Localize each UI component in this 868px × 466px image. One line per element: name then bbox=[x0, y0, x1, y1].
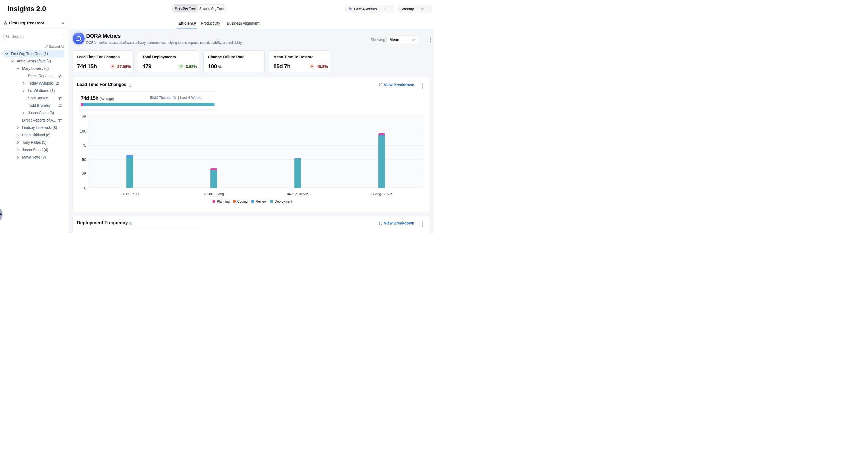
svg-text:0: 0 bbox=[84, 186, 86, 190]
svg-text:Review: Review bbox=[256, 200, 267, 203]
svg-text:75: 75 bbox=[82, 143, 86, 147]
svg-text:Deployment: Deployment bbox=[275, 200, 292, 203]
svg-text:28 Jul-03 Aug: 28 Jul-03 Aug bbox=[204, 192, 223, 196]
svg-text:50: 50 bbox=[82, 157, 86, 162]
svg-text:04 Aug-10 Aug: 04 Aug-10 Aug bbox=[287, 192, 309, 196]
svg-text:11 Aug-17 Aug: 11 Aug-17 Aug bbox=[371, 192, 393, 196]
svg-text:21 Jul-27 Jul: 21 Jul-27 Jul bbox=[120, 192, 139, 196]
svg-text:100: 100 bbox=[80, 129, 86, 133]
svg-text:Planning: Planning bbox=[217, 200, 229, 203]
svg-text:Coding: Coding bbox=[237, 200, 248, 203]
svg-text:25: 25 bbox=[82, 171, 86, 176]
svg-text:125: 125 bbox=[80, 114, 86, 119]
